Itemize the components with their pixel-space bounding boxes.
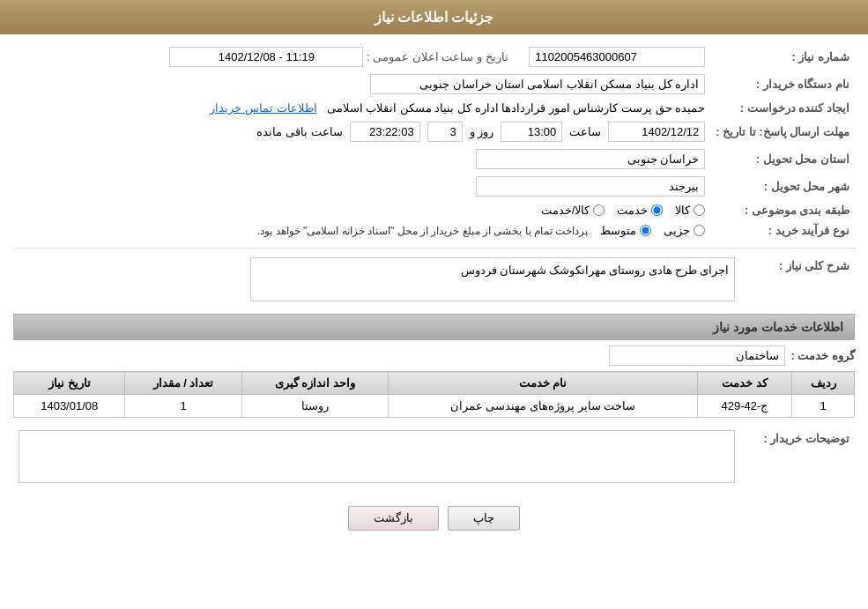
page-title: جزئیات اطلاعات نیاز	[375, 10, 494, 25]
need-desc-label: شرح کلی نیاز :	[740, 254, 855, 305]
category-label: طبقه بندی موضوعی :	[710, 200, 855, 220]
purchase-type-jozii[interactable]: جزیی	[664, 224, 705, 237]
category-radio-kala[interactable]	[694, 204, 705, 216]
need-number-input: 1102005463000607	[529, 47, 705, 67]
need-desc-input[interactable]: اجرای طرح هادی روستای مهرانکوشک شهرستان …	[250, 257, 735, 301]
purchase-motevaset-label: متوسط	[600, 224, 636, 237]
col-header-row: ردیف	[792, 372, 855, 395]
category-khedmat-label: خدمت	[617, 204, 648, 217]
col-header-unit: واحد اندازه گیری	[241, 372, 389, 395]
deadline-remaining-label: ساعت باقی مانده	[256, 125, 342, 138]
purchase-type-motevaset[interactable]: متوسط	[600, 224, 651, 237]
purchase-type-radio-motevaset[interactable]	[640, 225, 651, 236]
buyer-org-input: اداره کل بنیاد مسکن انقلاب اسلامی استان …	[370, 74, 705, 94]
city-value: بیرجند	[13, 173, 710, 200]
purchase-jozii-label: جزیی	[664, 224, 690, 237]
creator-label: ایجاد کننده درخواست :	[710, 98, 855, 118]
col-header-name: نام خدمت	[389, 372, 697, 395]
deadline-days: 3	[427, 122, 463, 142]
buyer-notes-table: توضیحات خریدار :	[13, 427, 855, 486]
creator-value: حمیده حق پرست کارشناس امور قراردادها ادا…	[13, 98, 710, 118]
category-option-khedmat[interactable]: خدمت	[617, 204, 663, 217]
services-section-header: اطلاعات خدمات مورد نیاز	[13, 314, 855, 340]
service-group-label: گروه خدمت :	[790, 349, 855, 362]
creator-text: حمیده حق پرست کارشناس امور قراردادها ادا…	[327, 101, 706, 115]
back-button[interactable]: بازگشت	[348, 506, 439, 531]
category-radio-khedmat[interactable]	[651, 204, 663, 216]
deadline-remaining: 23:22:03	[350, 122, 420, 142]
need-desc-cell: اجرای طرح هادی روستای مهرانکوشک شهرستان …	[13, 254, 740, 305]
service-group-value: ساختمان	[609, 345, 785, 366]
category-value: کالا خدمت کالا/خدمت	[13, 200, 710, 220]
col-header-code: کد خدمت	[697, 372, 792, 395]
buyer-notes-input[interactable]	[19, 430, 735, 483]
category-kala-label: کالا	[675, 204, 690, 217]
buyer-org-label: نام دستگاه خریدار :	[710, 71, 855, 98]
purchase-type-radio-jozii[interactable]	[694, 225, 705, 236]
purchase-type-label: نوع فرآیند خرید :	[710, 220, 855, 241]
buyer-notes-cell	[13, 427, 740, 486]
deadline-label: مهلت ارسال پاسخ: تا تاریخ :	[710, 118, 855, 145]
city-input: بیرجند	[476, 176, 705, 197]
table-row: 1ج-42-429ساخت سایر پروژه‌های مهندسی عمرا…	[14, 395, 855, 418]
need-number-label: شماره نیاز :	[710, 43, 855, 71]
need-desc-table: شرح کلی نیاز : اجرای طرح هادی روستای مهر…	[13, 254, 855, 305]
province-input: خراسان جنوبی	[476, 149, 705, 169]
col-header-date: تاریخ نیاز	[14, 372, 125, 395]
announce-date-value: 1402/12/08 - 11:19	[169, 47, 363, 67]
deadline-time: 13:00	[501, 122, 562, 142]
footer-buttons: چاپ بازگشت	[13, 494, 855, 539]
service-group-row: گروه خدمت : ساختمان	[13, 345, 855, 366]
need-number-value: 1102005463000607 تاریخ و ساعت اعلان عموم…	[13, 43, 710, 71]
col-header-qty: تعداد / مقدار	[125, 372, 241, 395]
category-option-kala-khedmat[interactable]: کالا/خدمت	[541, 204, 605, 217]
deadline-time-label: ساعت	[569, 125, 601, 138]
deadline-row: 1402/12/12 ساعت 13:00 روز و 3 23:22:03 س…	[13, 118, 710, 145]
purchase-type-note: پرداخت تمام یا بخشی از مبلغ خریدار از مح…	[257, 225, 588, 237]
buyer-notes-label: توضیحات خریدار :	[740, 427, 855, 486]
print-button[interactable]: چاپ	[448, 506, 520, 531]
contact-link[interactable]: اطلاعات تماس خریدار	[210, 101, 316, 115]
page-header: جزئیات اطلاعات نیاز	[0, 0, 868, 34]
category-kala-khedmat-label: کالا/خدمت	[541, 204, 590, 217]
services-table: ردیف کد خدمت نام خدمت واحد اندازه گیری ت…	[13, 371, 855, 418]
announce-date-label: تاریخ و ساعت اعلان عمومی :	[367, 50, 508, 63]
category-radio-kala-khedmat[interactable]	[593, 204, 605, 216]
buyer-org-value: اداره کل بنیاد مسکن انقلاب اسلامی استان …	[13, 71, 710, 98]
city-label: شهر محل تحویل :	[710, 173, 855, 200]
deadline-day-label: روز و	[470, 125, 494, 138]
category-option-kala[interactable]: کالا	[675, 204, 705, 217]
deadline-date: 1402/12/12	[608, 122, 705, 142]
province-label: استان محل تحویل :	[710, 145, 855, 173]
purchase-type-value: جزیی متوسط پرداخت تمام یا بخشی از مبلغ خ…	[13, 220, 710, 241]
info-table: شماره نیاز : 1102005463000607 تاریخ و سا…	[13, 43, 855, 241]
province-value: خراسان جنوبی	[13, 145, 710, 173]
